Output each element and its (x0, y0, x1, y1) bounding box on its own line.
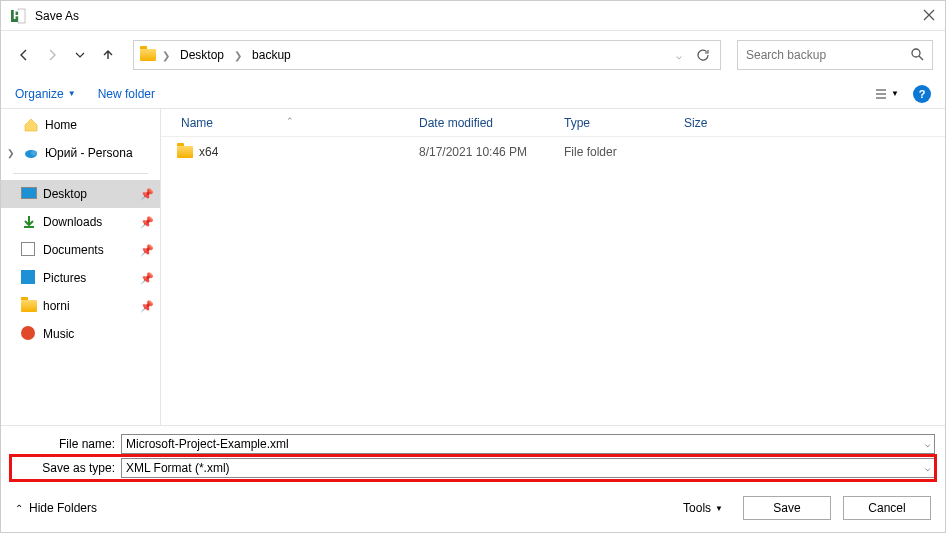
address-bar[interactable]: ❯ Desktop ❯ backup ⌵ (133, 40, 721, 70)
recent-dropdown[interactable] (69, 44, 91, 66)
save-as-type-combo[interactable]: XML Format (*.xml) ⌵ (121, 458, 935, 478)
breadcrumb-backup[interactable]: backup (248, 46, 295, 64)
search-input[interactable] (746, 48, 910, 62)
hide-folders-button[interactable]: ⌃ Hide Folders (15, 501, 97, 515)
chevron-right-icon[interactable]: ❯ (162, 50, 170, 61)
file-type: File folder (556, 145, 676, 159)
view-dropdown[interactable]: ▼ (874, 87, 899, 101)
footer: ⌃ Hide Folders Tools▼ Save Cancel (1, 484, 945, 532)
column-header-name[interactable]: ⌃Name (161, 116, 411, 130)
form-area: File name: ⌵ Save as type: XML Format (*… (1, 425, 945, 484)
file-name-combo[interactable]: ⌵ (121, 434, 935, 454)
column-header-size[interactable]: Size (676, 116, 756, 130)
column-header-date[interactable]: Date modified (411, 116, 556, 130)
document-icon (21, 242, 37, 258)
up-button[interactable] (97, 44, 119, 66)
desktop-icon (21, 186, 37, 202)
hide-folders-label: Hide Folders (29, 501, 97, 515)
sidebar-item-music[interactable]: Music (1, 320, 160, 348)
onedrive-icon (23, 145, 39, 161)
breadcrumb-desktop[interactable]: Desktop (176, 46, 228, 64)
sidebar-item-home[interactable]: Home (1, 111, 160, 139)
sidebar-item-label: Downloads (43, 215, 134, 229)
sidebar-item-pictures[interactable]: Pictures 📌 (1, 264, 160, 292)
sidebar-item-label: Юрий - Persona (45, 146, 154, 160)
close-icon[interactable] (923, 9, 937, 23)
file-name-label: File name: (11, 437, 115, 451)
sidebar-item-label: Documents (43, 243, 134, 257)
save-as-type-row: Save as type: XML Format (*.xml) ⌵ (11, 456, 935, 480)
pin-icon: 📌 (140, 188, 154, 201)
folder-icon (177, 144, 193, 160)
tools-label: Tools (683, 501, 711, 515)
sidebar-item-horni[interactable]: horni 📌 (1, 292, 160, 320)
chevron-up-icon: ⌃ (15, 503, 23, 514)
chevron-down-icon: ▼ (68, 89, 76, 98)
pin-icon: 📌 (140, 244, 154, 257)
file-name: x64 (199, 145, 218, 159)
chevron-down-icon[interactable]: ⌵ (925, 463, 930, 473)
picture-icon (21, 270, 37, 286)
search-box[interactable] (737, 40, 933, 70)
search-icon[interactable] (910, 47, 924, 64)
window-title: Save As (35, 9, 79, 23)
file-panel: ⌃Name Date modified Type Size x64 8/17/2… (161, 109, 945, 425)
sidebar-item-documents[interactable]: Documents 📌 (1, 236, 160, 264)
pin-icon: 📌 (140, 216, 154, 229)
chevron-down-icon: ▼ (715, 504, 723, 513)
svg-point-11 (31, 151, 37, 156)
pin-icon: 📌 (140, 300, 154, 313)
home-icon (23, 117, 39, 133)
save-as-type-label: Save as type: (11, 461, 115, 475)
forward-button[interactable] (41, 44, 63, 66)
download-icon (21, 214, 37, 230)
sidebar-item-downloads[interactable]: Downloads 📌 (1, 208, 160, 236)
help-icon[interactable]: ? (913, 85, 931, 103)
organize-label: Organize (15, 87, 64, 101)
nav-row: ❯ Desktop ❯ backup ⌵ (1, 31, 945, 79)
chevron-right-icon[interactable]: ❯ (234, 50, 242, 61)
refresh-icon[interactable] (692, 48, 714, 62)
svg-point-5 (912, 49, 920, 57)
body: Home ❯ Юрий - Persona Desktop 📌 Download… (1, 109, 945, 425)
sidebar-item-label: horni (43, 299, 134, 313)
organize-button[interactable]: Organize▼ (15, 87, 76, 101)
file-date: 8/17/2021 10:46 PM (411, 145, 556, 159)
column-headers: ⌃Name Date modified Type Size (161, 109, 945, 137)
tools-dropdown[interactable]: Tools▼ (683, 501, 723, 515)
file-name-row: File name: ⌵ (11, 432, 935, 456)
svg-line-6 (919, 56, 923, 60)
save-as-type-value: XML Format (*.xml) (126, 461, 925, 475)
title-bar: P Save As (1, 1, 945, 31)
pin-icon: 📌 (140, 272, 154, 285)
save-button[interactable]: Save (743, 496, 831, 520)
music-icon (21, 326, 37, 342)
app-icon: P (9, 7, 27, 25)
cancel-button[interactable]: Cancel (843, 496, 931, 520)
sidebar-item-label: Desktop (43, 187, 134, 201)
folder-icon (21, 298, 37, 314)
sidebar-item-desktop[interactable]: Desktop 📌 (1, 180, 160, 208)
folder-icon (140, 47, 156, 63)
address-dropdown[interactable]: ⌵ (672, 50, 686, 61)
new-folder-button[interactable]: New folder (98, 87, 155, 101)
sidebar: Home ❯ Юрий - Persona Desktop 📌 Download… (1, 109, 161, 425)
sort-caret-icon: ⌃ (286, 116, 294, 126)
sidebar-item-label: Music (43, 327, 154, 341)
sidebar-item-label: Home (45, 118, 154, 132)
back-button[interactable] (13, 44, 35, 66)
column-header-type[interactable]: Type (556, 116, 676, 130)
toolbar: Organize▼ New folder ▼ ? (1, 79, 945, 109)
file-name-input[interactable] (126, 437, 925, 451)
sidebar-item-label: Pictures (43, 271, 134, 285)
sidebar-item-onedrive[interactable]: ❯ Юрий - Persona (1, 139, 160, 167)
chevron-right-icon[interactable]: ❯ (7, 148, 17, 158)
chevron-down-icon[interactable]: ⌵ (925, 439, 930, 449)
file-row[interactable]: x64 8/17/2021 10:46 PM File folder (161, 137, 945, 167)
column-label: Name (181, 116, 213, 130)
svg-text:P: P (13, 8, 21, 22)
